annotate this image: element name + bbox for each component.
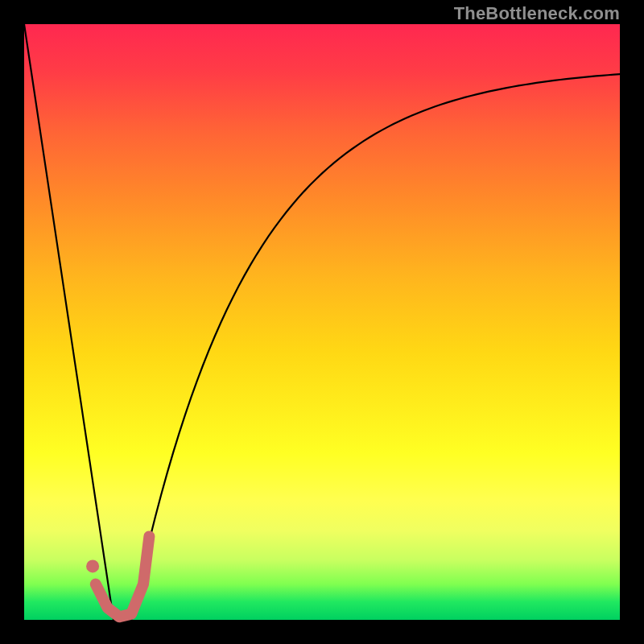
bottleneck-curve — [24, 24, 620, 620]
svg-point-0 — [86, 559, 99, 572]
chart-canvas — [24, 24, 620, 620]
chart-frame: TheBottleneck.com — [0, 0, 644, 644]
watermark-text: TheBottleneck.com — [454, 3, 620, 24]
plot-area — [24, 24, 620, 620]
marker-point — [86, 559, 99, 572]
